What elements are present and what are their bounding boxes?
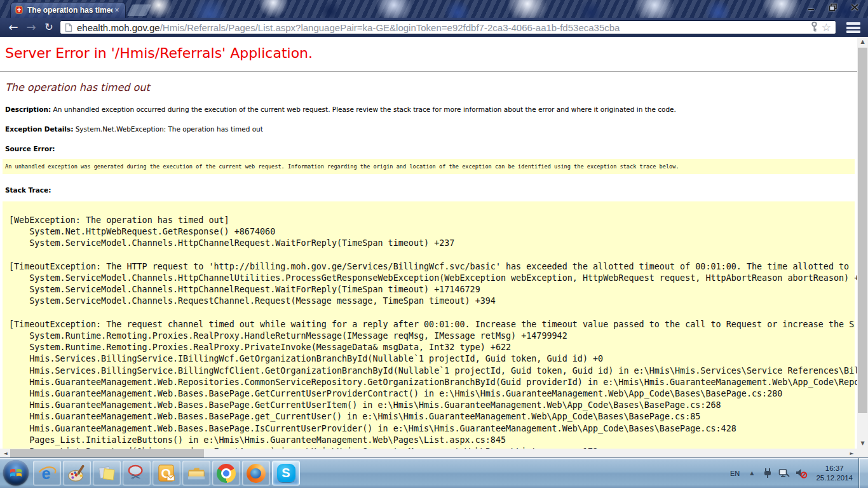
taskbar-firefox-button[interactable] (242, 461, 270, 485)
taskbar-outlook-button[interactable]: O (153, 461, 180, 485)
exception-details-label: Exception Details: (5, 125, 73, 133)
window-controls (804, 3, 862, 12)
stack-trace-line: [TimeoutException: The HTTP request to '… (9, 261, 855, 273)
tray-date: 25.12.2014 (816, 473, 853, 483)
paint-icon (67, 464, 86, 483)
taskbar-skype-button[interactable]: S (272, 461, 300, 485)
divider (0, 71, 857, 72)
taskbar-buttons: e (33, 460, 302, 486)
scroll-up-icon[interactable]: ▲ (857, 37, 868, 47)
stack-trace-box: [WebException: The operation has timed o… (3, 201, 855, 449)
internet-explorer-icon: e (37, 464, 57, 483)
stack-trace-line: Hmis.Services.BillingService.BillingWcfC… (9, 365, 855, 377)
maximize-button[interactable] (826, 3, 840, 12)
stack-trace-line: System.ServiceModel.Channels.HttpChannel… (9, 273, 855, 284)
horizontal-scrollbar[interactable]: ◄ ► (0, 449, 857, 458)
snipping-tool-icon: ✂ (127, 464, 146, 483)
horizontal-scrollbar-thumb[interactable] (10, 449, 204, 458)
show-hidden-icons-button[interactable]: ▲ (750, 470, 754, 476)
stack-trace-line: [TimeoutException: The request channel t… (9, 319, 855, 330)
description-label: Description: (5, 105, 51, 113)
taskbar-snipping-tool-button[interactable]: ✂ (123, 461, 151, 485)
stack-trace-line: System.Runtime.Remoting.Proxies.RealProx… (9, 330, 855, 342)
menu-button[interactable] (844, 22, 863, 34)
network-icon[interactable] (778, 468, 790, 478)
site-favicon-icon (15, 6, 24, 15)
tab-close-icon[interactable]: × (112, 6, 121, 14)
stack-trace-line: [WebException: The operation has timed o… (9, 215, 855, 226)
stack-trace-line (9, 250, 855, 261)
scrollbar-corner (857, 449, 868, 458)
error-subtitle: The operation has timed out (5, 81, 852, 93)
minimize-button[interactable] (804, 3, 818, 12)
firefox-icon (247, 464, 266, 483)
stack-trace-line: Hmis.GuaranteeManagement.Web.Repositorie… (9, 377, 855, 388)
stack-trace-line: Pages_List.InitializeButtons() in e:\Hmi… (9, 435, 855, 446)
clock[interactable]: 16:37 25.12.2014 (816, 464, 853, 483)
show-desktop-button[interactable] (858, 458, 868, 488)
exception-details-text: System.Net.WebException: The operation h… (76, 125, 263, 133)
browser-titlebar: The operation has timed out × (0, 0, 868, 18)
browser-toolbar: ← → ↻ ehealth.moh.gov.ge/Hmis/Referrals/… (0, 18, 868, 37)
stack-trace-line: Hmis.Services.BillingService.IBillingWcf… (9, 353, 855, 365)
close-button[interactable] (848, 3, 862, 12)
scroll-left-icon[interactable]: ◄ (0, 449, 11, 458)
error-page: Server Error in '/Hmis/Referrals' Applic… (0, 37, 857, 449)
url-text: ehealth.moh.gov.ge/Hmis/Referrals/Pages/… (77, 22, 808, 33)
stack-trace-line: System.ServiceModel.Channels.RequestChan… (9, 295, 855, 307)
taskbar-sticky-notes-button[interactable] (93, 461, 121, 485)
sticky-notes-icon (97, 464, 116, 483)
language-indicator[interactable]: EN (730, 470, 740, 477)
power-plug-icon[interactable] (763, 468, 773, 478)
description-row: Description: An unhandled exception occu… (5, 105, 852, 113)
windows-explorer-icon (187, 464, 206, 483)
exception-details-row: Exception Details: System.Net.WebExcepti… (5, 125, 852, 133)
stack-trace-line: System.ServiceModel.Channels.HttpChannel… (9, 284, 855, 295)
page-title: Server Error in '/Hmis/Referrals' Applic… (5, 45, 852, 61)
vertical-scrollbar-thumb[interactable] (858, 48, 867, 413)
source-error-text: An unhandled exception was generated dur… (5, 163, 679, 170)
volume-muted-icon[interactable] (796, 468, 808, 478)
source-error-box: An unhandled exception was generated dur… (3, 159, 855, 174)
saved-password-key-icon[interactable] (811, 22, 818, 34)
taskbar-windows-explorer-button[interactable] (182, 461, 210, 485)
reload-button[interactable]: ↻ (41, 18, 57, 36)
stack-trace-label: Stack Trace: (5, 186, 51, 194)
taskbar-chrome-button[interactable] (212, 461, 240, 485)
stack-trace-line: Hmis.GuaranteeManagement.Web.Bases.BaseP… (9, 388, 855, 400)
chrome-icon (217, 464, 236, 483)
source-error-row: Source Error: (5, 145, 852, 152)
taskbar-internet-explorer-button[interactable]: e (33, 461, 61, 485)
skype-icon: S (277, 464, 295, 482)
scroll-down-icon[interactable]: ▼ (857, 438, 868, 449)
description-text: An unhandled exception occurred during t… (53, 105, 675, 113)
vertical-scrollbar[interactable]: ▲ ▼ (857, 37, 868, 449)
url-path: /Hmis/Referrals/Pages/List.aspx?language… (160, 22, 620, 33)
tab-title: The operation has timed out (27, 6, 112, 15)
scroll-right-icon[interactable]: ► (846, 449, 857, 458)
start-button[interactable] (3, 460, 29, 485)
address-bar[interactable]: ehealth.moh.gov.ge/Hmis/Referrals/Pages/… (60, 20, 836, 34)
back-button[interactable]: ← (5, 18, 22, 36)
stack-trace-line: System.Net.HttpWebRequest.GetResponse() … (9, 226, 855, 238)
bookmark-star-icon[interactable]: ☆ (822, 22, 831, 33)
browser-tab[interactable]: The operation has timed out × (10, 2, 126, 18)
stack-trace-row: Stack Trace: (5, 186, 852, 194)
new-tab-button[interactable] (127, 4, 151, 16)
stack-trace-line: Hmis.GuaranteeManagement.Web.Bases.BaseP… (9, 411, 855, 423)
stack-trace-line: System.Runtime.Remoting.Proxies.RealProx… (9, 342, 855, 353)
forward-button[interactable]: → (23, 18, 39, 36)
source-error-label: Source Error: (5, 145, 55, 152)
stack-trace-line: Hmis.GuaranteeManagement.Web.Bases.BaseP… (9, 400, 855, 411)
tray-time: 16:37 (816, 464, 853, 473)
stack-trace-line (9, 308, 855, 319)
stack-trace-line: Hmis.GuaranteeManagement.Web.Bases.BaseP… (9, 423, 855, 435)
system-tray: EN ▲ 16:37 25.12.2014 (730, 458, 868, 488)
windows-flag-icon (9, 466, 23, 479)
stack-trace-line: System.ServiceModel.Channels.HttpChannel… (9, 238, 855, 249)
svg-text:✂: ✂ (131, 470, 141, 483)
outlook-icon: O (157, 464, 176, 483)
screen: The operation has timed out × ← → ↻ ehea… (0, 0, 868, 488)
url-host: ehealth.moh.gov.ge (77, 22, 160, 33)
taskbar-paint-button[interactable] (63, 461, 91, 485)
